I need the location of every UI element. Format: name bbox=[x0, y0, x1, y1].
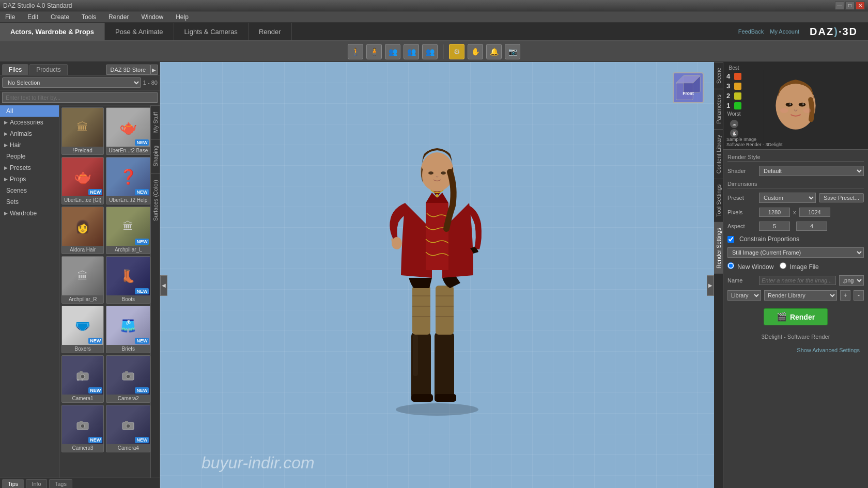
shader-label: Shader bbox=[727, 168, 756, 174]
save-preset-button[interactable]: Save Preset... bbox=[819, 193, 864, 202]
cat-wardrobe[interactable]: ▶Wardrobe bbox=[0, 208, 59, 219]
list-item[interactable]: ✕ ✕ NEW Camera1 bbox=[61, 355, 104, 403]
toolbar-person1-icon[interactable]: 🚶 bbox=[348, 44, 363, 59]
tab-files[interactable]: Files bbox=[2, 64, 28, 75]
left-panel: Files Products DAZ 3D Store ▶ No Selecti… bbox=[0, 62, 160, 488]
menu-create[interactable]: Create bbox=[49, 12, 71, 22]
list-item[interactable]: 🩲 NEW Boxers bbox=[61, 306, 104, 353]
menu-tools[interactable]: Tools bbox=[80, 12, 98, 22]
svg-point-45 bbox=[803, 108, 811, 113]
menu-window[interactable]: Window bbox=[139, 12, 165, 22]
toolbar-group2-icon[interactable]: 👥 bbox=[404, 44, 419, 59]
toolbar-group3-icon[interactable]: 👥 bbox=[422, 44, 438, 59]
tab-render[interactable]: Render bbox=[249, 23, 292, 40]
render-library-select[interactable]: Render Library bbox=[764, 290, 837, 301]
image-file-radio[interactable] bbox=[780, 262, 786, 269]
maximize-button[interactable]: □ bbox=[845, 2, 855, 10]
list-item[interactable]: 👢 NEW Boots bbox=[106, 256, 150, 304]
close-button[interactable]: ✕ bbox=[856, 2, 865, 10]
cat-props[interactable]: ▶Props bbox=[0, 174, 59, 185]
list-item[interactable]: ❓ NEW UberEn...t2 Help bbox=[106, 157, 150, 204]
toolbar-hand-icon[interactable]: ✋ bbox=[468, 44, 483, 59]
right-tab-tool-settings[interactable]: Tool Settings bbox=[714, 179, 723, 222]
cat-sets[interactable]: Sets bbox=[0, 196, 59, 208]
tab-actors-wardrobe-props[interactable]: Actors, Wardrobe & Props bbox=[0, 23, 105, 40]
side-tab-shaping[interactable]: Shaping bbox=[151, 139, 160, 172]
preset-select[interactable]: Custom bbox=[759, 193, 816, 203]
list-item[interactable]: NEW Camera3 bbox=[61, 405, 104, 452]
library-select[interactable]: Library bbox=[727, 290, 761, 301]
list-item[interactable]: 👩 Aldora Hair bbox=[61, 207, 104, 254]
tab-lights-cameras[interactable]: Lights & Cameras bbox=[174, 23, 249, 40]
list-item[interactable]: 🏛 Archpillar_R bbox=[61, 256, 104, 304]
constrain-checkbox[interactable] bbox=[727, 236, 734, 243]
bottom-tabs: Tips Info Tags bbox=[0, 478, 160, 488]
render-to-select[interactable]: Still Image (Current Frame) bbox=[727, 247, 864, 258]
menu-edit[interactable]: Edit bbox=[25, 12, 40, 22]
right-tab-scene[interactable]: Scene bbox=[714, 62, 723, 89]
tab-info[interactable]: Info bbox=[26, 479, 47, 488]
menu-file[interactable]: File bbox=[3, 12, 17, 22]
quality-icon-2[interactable]: 🐇 bbox=[730, 129, 738, 137]
asset-thumbnail: 🩲 NEW bbox=[62, 306, 103, 345]
tab-tags[interactable]: Tags bbox=[49, 479, 72, 488]
list-item[interactable]: NEW Camera4 bbox=[106, 405, 150, 452]
asset-thumbnail: ❓ NEW bbox=[106, 158, 150, 196]
cat-scenes[interactable]: Scenes bbox=[0, 185, 59, 196]
cat-accessories[interactable]: ▶Accessories bbox=[0, 117, 59, 128]
library-add-button[interactable]: + bbox=[840, 290, 850, 301]
minimize-button[interactable]: — bbox=[835, 2, 844, 10]
viewport-right-collapse[interactable]: ▶ bbox=[707, 275, 714, 296]
cat-hair[interactable]: ▶Hair bbox=[0, 139, 59, 151]
viewport-left-collapse[interactable]: ◀ bbox=[160, 275, 167, 296]
toolbar-camera-icon[interactable]: 📷 bbox=[505, 44, 520, 59]
toolbar-person2-icon[interactable]: 🧍 bbox=[366, 44, 382, 59]
name-input[interactable] bbox=[759, 276, 836, 285]
toolbar-settings-icon[interactable]: ⚙ bbox=[449, 44, 464, 59]
list-item[interactable]: 🏛 !Preload bbox=[61, 107, 104, 155]
side-tab-my-stuff[interactable]: My Stuff bbox=[151, 105, 160, 139]
name-row: Name .png bbox=[727, 275, 864, 286]
svg-rect-33 bbox=[435, 394, 456, 402]
daz-store-button[interactable]: DAZ 3D Store bbox=[106, 65, 150, 75]
cat-people[interactable]: People bbox=[0, 151, 59, 162]
view-cube[interactable]: Front bbox=[673, 72, 704, 103]
list-item[interactable]: 🫖 NEW UberEn...ce (Gl) bbox=[61, 157, 104, 204]
show-advanced-settings[interactable]: Show Advanced Settings bbox=[727, 345, 864, 355]
aspect-width-input[interactable] bbox=[759, 222, 790, 231]
cat-all[interactable]: All bbox=[0, 105, 59, 117]
cat-animals[interactable]: ▶Animals bbox=[0, 128, 59, 139]
list-item[interactable]: 🏛 NEW Archpillar_L bbox=[106, 207, 150, 254]
library-minus-button[interactable]: - bbox=[854, 290, 864, 301]
render-button[interactable]: 🎬 Render bbox=[764, 308, 828, 325]
ext-select[interactable]: .png bbox=[839, 275, 864, 286]
panel-collapse-button[interactable]: ▶ bbox=[150, 65, 158, 75]
tab-pose-animate[interactable]: Pose & Animate bbox=[105, 23, 174, 40]
list-item[interactable]: 🫖 NEW UberEn...t2 Base bbox=[106, 107, 150, 155]
tab-tips[interactable]: Tips bbox=[2, 479, 24, 488]
aspect-height-input[interactable] bbox=[796, 222, 827, 231]
right-tab-content-library[interactable]: Content Library bbox=[714, 129, 723, 179]
menu-render[interactable]: Render bbox=[106, 12, 131, 22]
right-panel-outer: Scene Parameters Content Library Tool Se… bbox=[714, 62, 868, 488]
selection-dropdown[interactable]: No Selection bbox=[2, 77, 141, 88]
list-item[interactable]: NEW Camera2 bbox=[106, 355, 150, 403]
search-input[interactable] bbox=[2, 92, 158, 103]
svg-text:✕: ✕ bbox=[76, 379, 79, 382]
right-tab-parameters[interactable]: Parameters bbox=[714, 89, 723, 129]
shader-select[interactable]: Default bbox=[759, 166, 864, 176]
quality-icon-1[interactable]: ☁ bbox=[730, 120, 738, 128]
toolbar-group1-icon[interactable]: 👥 bbox=[385, 44, 400, 59]
toolbar-bell-icon[interactable]: 🔔 bbox=[486, 44, 502, 59]
new-window-radio[interactable] bbox=[727, 262, 734, 269]
feedback-link[interactable]: FeedBack bbox=[738, 28, 764, 35]
side-tab-surfaces[interactable]: Surfaces (Color) bbox=[151, 173, 160, 227]
pixels-height-input[interactable] bbox=[799, 208, 830, 217]
pixels-width-input[interactable] bbox=[759, 208, 790, 217]
right-tab-render-settings[interactable]: Render Settings bbox=[714, 222, 723, 274]
cat-presets[interactable]: ▶Presets bbox=[0, 162, 59, 174]
account-link[interactable]: My Account bbox=[770, 28, 799, 35]
menu-help[interactable]: Help bbox=[174, 12, 191, 22]
list-item[interactable]: 🩳 NEW Briefs bbox=[106, 306, 150, 353]
tab-products[interactable]: Products bbox=[29, 64, 67, 75]
